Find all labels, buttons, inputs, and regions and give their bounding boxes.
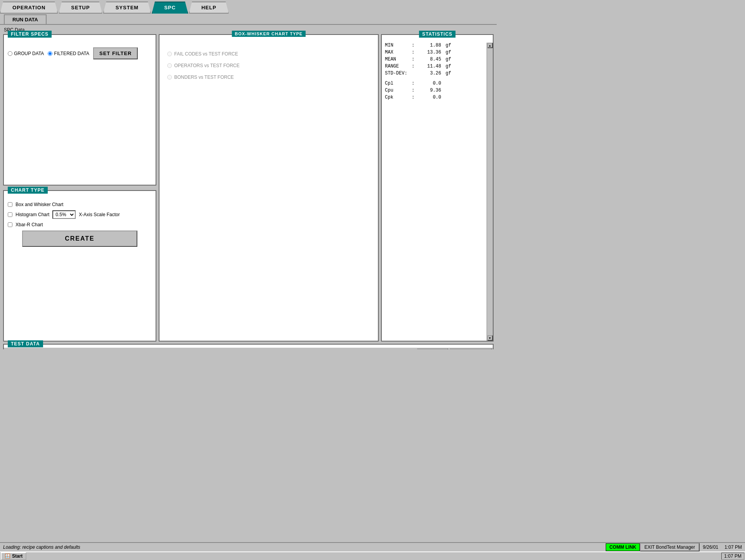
record-nav: |◄ ◄ Records found: 108 ► ►| Update Expo… (4, 348, 493, 349)
box-whisker-checkbox[interactable] (8, 202, 12, 207)
stats-row-range: RANGE : 11.48 gf (385, 63, 483, 70)
test-data-label: TEST DATA (8, 340, 43, 347)
tab-setup[interactable]: SETUP (59, 2, 102, 14)
group-data-option[interactable]: GROUP DATA (8, 51, 44, 56)
operators-label: OPERATORS vs TEST FORCE (174, 63, 239, 68)
top-section: FILTER SPECS GROUP DATA FILTERED DATA SE… (3, 34, 494, 342)
filter-specs-box: FILTER SPECS GROUP DATA FILTERED DATA SE… (3, 34, 156, 186)
stats-table: MIN : 1.88 gf MAX : 13.36 gf MEAN : (385, 42, 490, 101)
bonders-radio[interactable] (167, 75, 172, 80)
operators-row[interactable]: OPERATORS vs TEST FORCE (167, 63, 374, 68)
filter-radio-group: GROUP DATA FILTERED DATA SET FILTER (8, 47, 152, 59)
tab-help[interactable]: HELP (189, 2, 229, 14)
box-whisker-option-label: Box and Whisker Chart (16, 202, 63, 207)
histogram-scale-dropdown[interactable]: 0.5% 1% 2% 5% (52, 210, 76, 219)
group-data-radio[interactable] (8, 51, 12, 56)
stats-row-cpl: Cpl : 0.0 (385, 80, 483, 87)
xbar-checkbox[interactable] (8, 222, 12, 227)
create-button[interactable]: CREATE (22, 231, 137, 247)
stats-row-cpu: Cpu : 9.36 (385, 87, 483, 94)
prev-record-btn[interactable]: ◄ (12, 349, 19, 350)
stats-scrollbar[interactable]: ▲ ▼ (487, 43, 493, 341)
box-whisker-chart-label: BOX-WHISKER CHART TYPE (232, 31, 306, 37)
bonders-row[interactable]: BONDERS vs TEST FORCE (167, 75, 374, 80)
tab-operation[interactable]: OPERATION (0, 2, 58, 14)
histogram-checkbox[interactable] (8, 212, 12, 217)
histogram-option-label: Histogram Chart (16, 212, 49, 217)
filtered-data-label: FILTERED DATA (54, 51, 89, 56)
export-data-button[interactable]: Export Data (450, 348, 492, 349)
statistics-label: STATISTICS (419, 31, 456, 38)
group-data-label: GROUP DATA (14, 51, 44, 56)
bonders-label: BONDERS vs TEST FORCE (174, 75, 234, 80)
left-col: FILTER SPECS GROUP DATA FILTERED DATA SE… (3, 34, 156, 342)
scroll-down-btn[interactable]: ▼ (487, 335, 493, 341)
box-whisker-check-row: Box and Whisker Chart (8, 202, 152, 207)
sub-tab-bar: RUN DATA (0, 14, 497, 25)
stats-row-stddev: STD-DEV: 3.26 gf (385, 70, 483, 77)
stats-row-cpk: Cpk : 0.0 (385, 94, 483, 101)
stats-row-max: MAX : 13.36 gf (385, 49, 483, 56)
filtered-data-option[interactable]: FILTERED DATA (48, 51, 89, 56)
first-record-btn[interactable]: |◄ (4, 349, 12, 350)
set-filter-button[interactable]: SET FILTER (93, 47, 138, 59)
test-data-section: TEST DATA |◄ ◄ Records found: 108 ► ►| U… (3, 344, 494, 349)
main-area: SPC Data FILTER SPECS GROUP DATA FILTERE… (0, 25, 497, 349)
filtered-data-radio[interactable] (48, 51, 52, 56)
statistics-box: STATISTICS ▲ ▼ MIN : 1.88 gf MAX (381, 34, 494, 342)
xbar-check-row: Xbar-R Chart (8, 222, 152, 227)
last-record-btn[interactable]: ►| (409, 349, 416, 350)
fail-codes-radio[interactable] (167, 52, 172, 56)
histogram-check-row: Histogram Chart 0.5% 1% 2% 5% X-Axis Sca… (8, 210, 152, 219)
next-record-btn[interactable]: ► (401, 349, 409, 350)
tab-spc[interactable]: SPC (152, 2, 188, 14)
stats-row-mean: MEAN : 8.45 gf (385, 56, 483, 63)
chart-type-label: CHART TYPE (8, 187, 48, 194)
fail-codes-label: FAIL CODES vs TEST FORCE (174, 51, 238, 57)
tab-system[interactable]: SYSTEM (103, 2, 151, 14)
fail-codes-row[interactable]: FAIL CODES vs TEST FORCE (167, 51, 374, 57)
sub-tab-run-data[interactable]: RUN DATA (4, 14, 47, 24)
stats-row-min: MIN : 1.88 gf (385, 42, 483, 49)
scroll-up-btn[interactable]: ▲ (487, 43, 493, 48)
middle-right: BOX-WHISKER CHART TYPE FAIL CODES vs TES… (159, 34, 494, 342)
chart-type-box: CHART TYPE Box and Whisker Chart Histogr… (3, 190, 156, 342)
box-whisker-chart-box: BOX-WHISKER CHART TYPE FAIL CODES vs TES… (159, 34, 379, 342)
operators-radio[interactable] (167, 63, 172, 68)
filter-specs-label: FILTER SPECS (8, 31, 52, 38)
test-data-wrapper: TEST DATA |◄ ◄ Records found: 108 ► ►| U… (3, 344, 494, 349)
top-nav: OPERATION SETUP SYSTEM SPC HELP (0, 0, 497, 14)
update-button[interactable]: Update (417, 348, 448, 349)
scale-factor-label: X-Axis Scale Factor (79, 212, 120, 217)
xbar-option-label: Xbar-R Chart (16, 222, 43, 227)
